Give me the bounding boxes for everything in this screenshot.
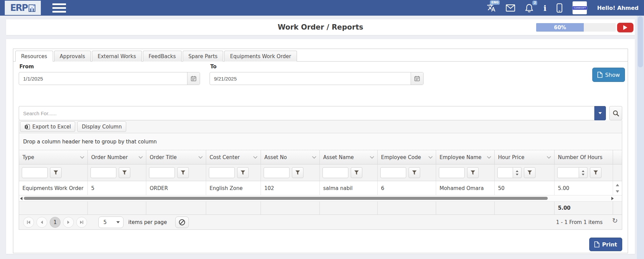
mobile-button[interactable] [557, 3, 562, 13]
column-header-asset-no[interactable]: Asset No [261, 150, 320, 164]
page-1-button[interactable]: 1 [50, 217, 61, 228]
horizontal-scrollbar[interactable] [19, 195, 622, 202]
page-size-select[interactable]: 5 [98, 217, 123, 228]
column-header-type[interactable]: Type [19, 150, 88, 164]
display-column-button[interactable]: Display Column [77, 121, 126, 132]
refresh-button[interactable]: ↻ [612, 217, 618, 224]
hamburger-menu-icon[interactable] [52, 3, 66, 13]
tab-feedbacks[interactable]: FeedBacks [143, 51, 182, 62]
language-button[interactable]: ENG [487, 3, 496, 12]
filter-input-order-number[interactable] [90, 167, 116, 178]
chevron-down-icon[interactable] [312, 156, 316, 159]
filter-input-cost-center[interactable] [209, 167, 235, 178]
scroll-right-icon[interactable] [611, 197, 614, 200]
from-date-input[interactable] [19, 72, 187, 85]
chevron-down-icon[interactable] [487, 156, 491, 159]
funnel-icon [122, 170, 127, 175]
header-gutter [613, 150, 622, 164]
chevron-down-icon[interactable] [198, 156, 203, 159]
filter-input-asset-name[interactable] [323, 167, 348, 178]
filter-button-order-title[interactable] [177, 167, 189, 178]
group-drop-zone[interactable]: Drop a column header here to group by th… [19, 133, 622, 150]
brand-logo[interactable]: CLOUDSOFT [573, 1, 587, 14]
funnel-icon [295, 170, 300, 175]
filter-button-number-of-hours[interactable] [590, 167, 601, 178]
column-header-order-number[interactable]: Order Number [88, 150, 146, 164]
next-page-button[interactable] [63, 217, 74, 228]
to-calendar-button[interactable] [411, 72, 423, 85]
chevron-down-icon[interactable] [370, 156, 374, 159]
filter-input-employee-name[interactable] [439, 167, 465, 178]
page-size-value: 5 [103, 219, 107, 225]
chevron-down-icon[interactable] [253, 156, 258, 159]
hour-price-spinner[interactable] [513, 167, 522, 178]
scroll-left-icon[interactable] [20, 197, 22, 200]
chevron-down-icon[interactable] [80, 156, 84, 159]
video-help-button[interactable] [617, 23, 633, 32]
spinner-up-icon[interactable] [516, 170, 518, 172]
chevron-down-icon[interactable] [428, 156, 433, 159]
filter-button-order-number[interactable] [119, 167, 130, 178]
tab-equipments-work-order[interactable]: Equipments Work Order [224, 51, 297, 62]
filter-button-employee-name[interactable] [467, 167, 479, 178]
column-header-asset-name[interactable]: Asset Name [320, 150, 378, 164]
filter-button-asset-no[interactable] [292, 167, 303, 178]
to-date-input[interactable] [210, 72, 411, 85]
column-header-number-of-hours[interactable]: Number Of Hours [555, 150, 613, 164]
filter-input-number-of-hours[interactable] [557, 167, 579, 178]
scroll-down-icon[interactable] [616, 190, 619, 193]
from-calendar-button[interactable] [187, 72, 200, 85]
first-page-button[interactable] [23, 217, 34, 228]
filter-input-order-title[interactable] [149, 167, 175, 178]
filter-input-hour-price[interactable] [497, 167, 513, 178]
filter-button-cost-center[interactable] [237, 167, 249, 178]
search-dropdown-button[interactable] [594, 106, 606, 120]
spinner-down-icon[interactable] [582, 174, 584, 175]
user-greeting[interactable]: Hello! Ahmed [597, 5, 639, 11]
filter-button-type[interactable] [50, 167, 62, 178]
tab-body: From [13, 62, 628, 230]
tab-spare-parts[interactable]: Spare Parts [183, 51, 224, 62]
filter-button-hour-price[interactable] [524, 167, 535, 178]
prev-page-button[interactable] [36, 217, 47, 228]
page-scrollbar[interactable] [637, 16, 644, 259]
show-button[interactable]: Show [592, 68, 625, 82]
number-of-hours-spinner[interactable] [579, 167, 588, 178]
date-filter-row: From [19, 63, 622, 85]
search-button[interactable] [609, 106, 622, 120]
info-button[interactable]: i [543, 4, 546, 12]
scroll-up-icon[interactable] [616, 184, 619, 186]
spinner-up-icon[interactable] [582, 170, 584, 172]
tab-resources[interactable]: Resources [15, 51, 53, 62]
prev-page-icon [40, 220, 44, 224]
search-icon [613, 110, 619, 117]
filter-input-type[interactable] [22, 167, 48, 178]
clear-filters-button[interactable] [175, 217, 189, 228]
last-page-button[interactable] [76, 217, 87, 228]
page-title: Work Order / Reports [278, 23, 363, 31]
spinner-down-icon[interactable] [516, 174, 518, 175]
column-header-employee-name[interactable]: Employee Name [436, 150, 495, 164]
notifications-button[interactable]: 2 [525, 4, 533, 12]
messages-button[interactable] [506, 4, 515, 12]
column-header-employee-code[interactable]: Employee Code [378, 150, 436, 164]
chevron-down-icon[interactable] [547, 156, 551, 159]
filter-button-employee-code[interactable] [409, 167, 420, 178]
filter-input-asset-no[interactable] [264, 167, 290, 178]
from-label: From [19, 64, 200, 70]
chevron-down-icon[interactable] [138, 156, 143, 159]
filter-button-asset-name[interactable] [351, 167, 362, 178]
column-header-order-title[interactable]: Order Title [146, 150, 206, 164]
horizontal-scrollbar-thumb[interactable] [24, 197, 548, 200]
print-button[interactable]: Print [589, 238, 622, 251]
erp-logo[interactable]: ERP [5, 1, 41, 15]
tab-approvals[interactable]: Approvals [54, 51, 91, 62]
page-scrollbar-thumb[interactable] [638, 16, 643, 67]
tab-external-works[interactable]: External Works [92, 51, 142, 62]
column-header-hour-price[interactable]: Hour Price [495, 150, 555, 164]
column-header-cost-center[interactable]: Cost Center [206, 150, 261, 164]
filter-input-employee-code[interactable] [380, 167, 406, 178]
export-to-excel-button[interactable]: Export to Excel [20, 121, 75, 132]
search-input[interactable] [19, 106, 594, 120]
table-row[interactable]: Equipments Work Order 5 ORDER English Zo… [19, 181, 622, 195]
